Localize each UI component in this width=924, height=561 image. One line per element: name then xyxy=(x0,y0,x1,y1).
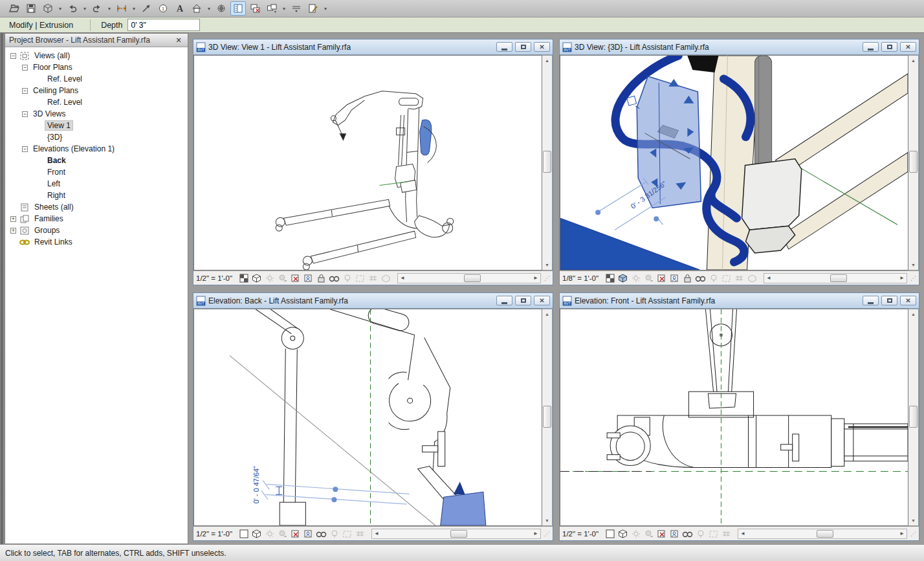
scroll-down-icon[interactable]: ▼ xyxy=(911,516,916,525)
scroll-left-icon[interactable]: ◄ xyxy=(372,531,381,536)
temporary-hide-isolate-icon[interactable] xyxy=(329,273,340,283)
scrollbar-thumb[interactable] xyxy=(543,406,551,428)
tree-item-floor-plans[interactable]: −Floor Plans xyxy=(5,61,188,73)
vertical-scrollbar[interactable]: ▲ ▼ xyxy=(542,55,553,270)
window-title-bar[interactable]: RVT 3D View: View 1 - Lift Assistant Fam… xyxy=(193,39,553,54)
detail-level-icon[interactable] xyxy=(238,529,249,539)
scroll-up-icon[interactable]: ▲ xyxy=(545,56,549,65)
horizontal-scrollbar[interactable]: ◄ ► xyxy=(738,529,907,539)
thin-lines-icon[interactable] xyxy=(230,1,246,16)
minimize-button[interactable] xyxy=(496,42,512,52)
tree-item-back[interactable]: Back xyxy=(5,155,188,166)
close-icon[interactable]: ✕ xyxy=(173,36,184,45)
synchronize-icon[interactable] xyxy=(40,1,56,16)
resize-grip[interactable]: ⋰ xyxy=(910,275,916,281)
close-button[interactable]: ✕ xyxy=(900,42,916,52)
vertical-scrollbar[interactable]: ▲ ▼ xyxy=(908,55,919,270)
lock-3d-view-icon[interactable] xyxy=(316,273,327,283)
tree-item-front[interactable]: Front xyxy=(5,166,188,178)
collapse-icon[interactable]: − xyxy=(10,53,16,59)
view-canvas-elevation-back[interactable]: 0' - 0 47/64" xyxy=(193,309,542,526)
scrollbar-thumb[interactable] xyxy=(817,530,833,538)
tree-item-views[interactable]: −Views (all) xyxy=(5,50,188,61)
view-canvas-elevation-front[interactable] xyxy=(560,309,908,526)
expand-icon[interactable]: + xyxy=(10,216,16,222)
redo-dropdown-icon[interactable]: ▾ xyxy=(106,6,113,12)
vertical-scrollbar[interactable]: ▲ ▼ xyxy=(542,309,553,526)
scrollbar-thumb[interactable] xyxy=(543,151,551,173)
tree-item-revit-links[interactable]: Revit Links xyxy=(5,236,188,248)
scrollbar-thumb[interactable] xyxy=(830,274,847,282)
scroll-right-icon[interactable]: ► xyxy=(897,531,907,536)
scale-button[interactable]: 1/2" = 1'-0" xyxy=(196,530,232,538)
scrollbar-thumb[interactable] xyxy=(909,151,918,173)
switch-windows-icon[interactable] xyxy=(264,1,280,16)
collapse-icon[interactable]: − xyxy=(22,111,28,117)
scale-button[interactable]: 1/2" = 1'-0" xyxy=(196,274,232,282)
close-button[interactable]: ✕ xyxy=(900,296,916,305)
open-icon[interactable] xyxy=(6,1,22,16)
show-crop-icon[interactable] xyxy=(303,273,314,283)
horizontal-scrollbar[interactable]: ◄ ► xyxy=(764,273,907,283)
section-icon[interactable] xyxy=(214,1,229,16)
customize-qat-icon[interactable]: ▾ xyxy=(322,6,329,12)
crop-view-icon[interactable] xyxy=(656,529,667,539)
dimension-dropdown-icon[interactable]: ▾ xyxy=(131,6,137,12)
tree-item-families[interactable]: +Families xyxy=(5,213,188,225)
tag-by-category-icon[interactable]: 1 xyxy=(155,1,171,16)
view-canvas-3d-view-1[interactable] xyxy=(193,55,542,270)
collapse-icon[interactable]: − xyxy=(22,146,28,152)
minimize-button[interactable] xyxy=(863,296,879,305)
scroll-up-icon[interactable]: ▲ xyxy=(911,309,916,319)
detail-level-icon[interactable] xyxy=(604,529,615,539)
window-title-bar[interactable]: RVT Elevation: Back - Lift Assistant Fam… xyxy=(193,293,553,308)
undo-dropdown-icon[interactable]: ▾ xyxy=(82,6,88,12)
scroll-left-icon[interactable]: ◄ xyxy=(738,531,747,536)
tree-item-ref-level[interactable]: Ref. Level xyxy=(5,73,188,85)
collapse-icon[interactable]: − xyxy=(22,88,28,94)
tree-item-groups[interactable]: +Groups xyxy=(5,225,188,236)
visual-style-icon[interactable] xyxy=(251,273,262,283)
aligned-dimension-icon[interactable] xyxy=(114,1,129,16)
default-3d-view-icon[interactable] xyxy=(189,1,204,16)
scrollbar-thumb[interactable] xyxy=(450,530,467,538)
crop-view-icon[interactable] xyxy=(290,273,301,283)
tree-item-left[interactable]: Left xyxy=(5,178,188,190)
align-icon[interactable] xyxy=(289,1,304,16)
scroll-right-icon[interactable]: ► xyxy=(897,275,907,281)
tree-item-3d-views[interactable]: −3D Views xyxy=(5,108,188,120)
close-button[interactable]: ✕ xyxy=(534,296,550,305)
project-browser-header[interactable]: Project Browser - Lift Assistant Family.… xyxy=(5,34,188,47)
scroll-right-icon[interactable]: ► xyxy=(531,531,540,536)
scroll-up-icon[interactable]: ▲ xyxy=(545,309,549,319)
close-button[interactable]: ✕ xyxy=(534,42,550,52)
tree-item-3d[interactable]: {3D} xyxy=(5,131,188,143)
resize-grip[interactable]: ⋰ xyxy=(910,531,916,537)
scrollbar-thumb[interactable] xyxy=(464,274,481,282)
tree-item-right[interactable]: Right xyxy=(5,190,188,201)
show-crop-icon[interactable] xyxy=(669,273,680,283)
collapse-icon[interactable]: − xyxy=(22,65,28,71)
tree-item-ceiling-plans[interactable]: −Ceiling Plans xyxy=(5,85,188,96)
scroll-left-icon[interactable]: ◄ xyxy=(764,275,773,281)
temporary-hide-isolate-icon[interactable] xyxy=(695,273,706,283)
scroll-down-icon[interactable]: ▼ xyxy=(545,516,549,525)
resize-grip[interactable]: ⋰ xyxy=(544,275,550,281)
save-icon[interactable] xyxy=(23,1,39,16)
scrollbar-thumb[interactable] xyxy=(909,406,918,428)
visual-style-icon[interactable] xyxy=(617,273,628,283)
detail-level-icon[interactable] xyxy=(604,273,615,283)
synchronize-dropdown-icon[interactable]: ▾ xyxy=(57,6,63,12)
scroll-up-icon[interactable]: ▲ xyxy=(911,56,916,65)
3d-view-dropdown-icon[interactable]: ▾ xyxy=(206,6,212,12)
restore-button[interactable] xyxy=(881,42,897,52)
minimize-button[interactable] xyxy=(863,42,879,52)
detail-level-icon[interactable] xyxy=(238,273,249,283)
view-canvas-3d-shaded[interactable]: 0' - 3 31/256" xyxy=(560,55,908,270)
scroll-down-icon[interactable]: ▼ xyxy=(911,260,916,270)
crop-view-icon[interactable] xyxy=(656,273,667,283)
temporary-hide-isolate-icon[interactable] xyxy=(682,529,693,539)
tree-item-ref-level-2[interactable]: Ref. Level xyxy=(5,96,188,108)
scroll-right-icon[interactable]: ► xyxy=(531,275,540,281)
restore-button[interactable] xyxy=(881,296,897,305)
